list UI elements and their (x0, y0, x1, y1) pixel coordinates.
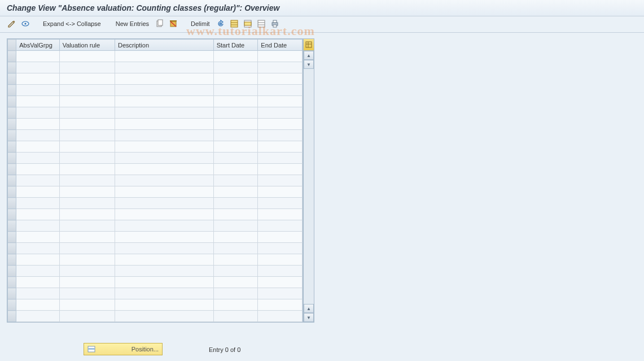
cell-description[interactable] (115, 299, 214, 311)
table-row[interactable] (8, 299, 303, 311)
cell-absvalgrpg[interactable] (16, 153, 59, 164)
cell-end-date[interactable] (258, 119, 303, 130)
table-row[interactable] (8, 107, 303, 119)
row-selector[interactable] (8, 220, 16, 232)
cell-absvalgrpg[interactable] (16, 62, 59, 73)
cell-start-date[interactable] (213, 164, 258, 175)
cell-valuation-rule[interactable] (59, 243, 115, 254)
scroll-up-step-icon[interactable]: ▼ (304, 60, 314, 69)
cell-absvalgrpg[interactable] (16, 73, 59, 85)
table-row[interactable] (8, 141, 303, 153)
row-selector[interactable] (8, 186, 16, 198)
cell-start-date[interactable] (213, 209, 258, 220)
cell-valuation-rule[interactable] (59, 119, 115, 130)
new-entries-button[interactable]: New Entries (113, 20, 151, 27)
cell-absvalgrpg[interactable] (16, 209, 59, 220)
cell-valuation-rule[interactable] (59, 62, 115, 73)
col-end-date[interactable]: End Date (258, 40, 303, 51)
cell-valuation-rule[interactable] (59, 51, 115, 62)
cell-start-date[interactable] (213, 254, 258, 266)
cell-valuation-rule[interactable] (59, 232, 115, 243)
cell-end-date[interactable] (258, 254, 303, 266)
table-row[interactable] (8, 62, 303, 73)
col-valuation-rule[interactable]: Valuation rule (59, 40, 115, 51)
cell-end-date[interactable] (258, 288, 303, 299)
cell-absvalgrpg[interactable] (16, 85, 59, 96)
cell-description[interactable] (115, 277, 214, 288)
cell-absvalgrpg[interactable] (16, 220, 59, 232)
cell-end-date[interactable] (258, 130, 303, 141)
cell-description[interactable] (115, 311, 214, 322)
expand-collapse-button[interactable]: Expand <-> Collapse (41, 20, 103, 27)
cell-description[interactable] (115, 209, 214, 220)
cell-description[interactable] (115, 85, 214, 96)
table-settings-icon[interactable] (304, 39, 314, 51)
cell-absvalgrpg[interactable] (16, 288, 59, 299)
table-row[interactable] (8, 266, 303, 277)
cell-valuation-rule[interactable] (59, 96, 115, 107)
cell-absvalgrpg[interactable] (16, 141, 59, 153)
cell-absvalgrpg[interactable] (16, 96, 59, 107)
cell-end-date[interactable] (258, 96, 303, 107)
table-row[interactable] (8, 119, 303, 130)
cell-valuation-rule[interactable] (59, 220, 115, 232)
table-row[interactable] (8, 277, 303, 288)
cell-end-date[interactable] (258, 73, 303, 85)
cell-absvalgrpg[interactable] (16, 186, 59, 198)
cell-end-date[interactable] (258, 141, 303, 153)
cell-valuation-rule[interactable] (59, 209, 115, 220)
cell-absvalgrpg[interactable] (16, 266, 59, 277)
cell-end-date[interactable] (258, 198, 303, 209)
cell-description[interactable] (115, 96, 214, 107)
cell-start-date[interactable] (213, 175, 258, 186)
deselect-all-icon[interactable] (256, 19, 266, 29)
cell-valuation-rule[interactable] (59, 153, 115, 164)
cell-description[interactable] (115, 266, 214, 277)
cell-start-date[interactable] (213, 288, 258, 299)
cell-description[interactable] (115, 51, 214, 62)
table-row[interactable] (8, 175, 303, 186)
cell-description[interactable] (115, 107, 214, 119)
cell-start-date[interactable] (213, 141, 258, 153)
select-all-icon[interactable] (229, 19, 239, 29)
cell-description[interactable] (115, 220, 214, 232)
row-selector[interactable] (8, 243, 16, 254)
toggle-display-change-icon[interactable] (7, 19, 17, 29)
scroll-up-icon[interactable]: ▲ (304, 51, 314, 60)
cell-valuation-rule[interactable] (59, 299, 115, 311)
table-row[interactable] (8, 209, 303, 220)
cell-end-date[interactable] (258, 186, 303, 198)
row-selector[interactable] (8, 141, 16, 153)
row-selector[interactable] (8, 62, 16, 73)
cell-end-date[interactable] (258, 299, 303, 311)
select-block-icon[interactable] (243, 19, 253, 29)
cell-start-date[interactable] (213, 107, 258, 119)
cell-end-date[interactable] (258, 85, 303, 96)
cell-description[interactable] (115, 164, 214, 175)
cell-start-date[interactable] (213, 299, 258, 311)
row-selector[interactable] (8, 198, 16, 209)
cell-description[interactable] (115, 243, 214, 254)
table-row[interactable] (8, 220, 303, 232)
table-row[interactable] (8, 311, 303, 322)
delimit-button[interactable]: Delimit (189, 20, 212, 27)
row-selector[interactable] (8, 51, 16, 62)
cell-description[interactable] (115, 73, 214, 85)
cell-description[interactable] (115, 198, 214, 209)
cell-absvalgrpg[interactable] (16, 243, 59, 254)
col-absvalgrpg[interactable]: AbsValGrpg (16, 40, 59, 51)
row-selector[interactable] (8, 96, 16, 107)
undo-change-icon[interactable] (216, 19, 226, 29)
cell-start-date[interactable] (213, 311, 258, 322)
cell-end-date[interactable] (258, 175, 303, 186)
cell-start-date[interactable] (213, 51, 258, 62)
scroll-track[interactable] (304, 69, 314, 304)
scroll-down-icon[interactable]: ▼ (304, 313, 314, 322)
cell-valuation-rule[interactable] (59, 175, 115, 186)
cell-valuation-rule[interactable] (59, 73, 115, 85)
cell-valuation-rule[interactable] (59, 277, 115, 288)
cell-end-date[interactable] (258, 277, 303, 288)
col-description[interactable]: Description (115, 40, 214, 51)
print-icon[interactable] (270, 19, 280, 29)
table-row[interactable] (8, 51, 303, 62)
